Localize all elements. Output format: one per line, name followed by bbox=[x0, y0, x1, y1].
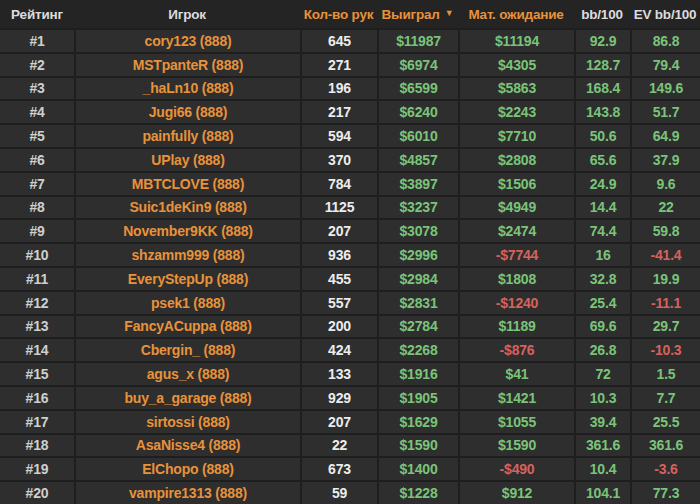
cell-rank: #20 bbox=[0, 482, 74, 504]
cell-expected: -$1240 bbox=[458, 292, 574, 314]
cell-player[interactable]: FancyACuppa (888) bbox=[74, 316, 300, 338]
cell-rank: #15 bbox=[0, 363, 74, 385]
cell-won: $4857 bbox=[377, 149, 458, 171]
cell-ev-bb100: 77.3 bbox=[630, 482, 700, 504]
column-header-rank[interactable]: Рейтинг bbox=[0, 7, 74, 22]
cell-hands: 1125 bbox=[300, 197, 377, 219]
cell-bb100: 92.9 bbox=[574, 30, 630, 52]
cell-player[interactable]: EveryStepUp (888) bbox=[74, 268, 300, 290]
cell-player[interactable]: Cbergin_ (888) bbox=[74, 339, 300, 361]
cell-player[interactable]: cory123 (888) bbox=[74, 30, 300, 52]
cell-player[interactable]: _haLn10 (888) bbox=[74, 78, 300, 100]
cell-expected: $11194 bbox=[458, 30, 574, 52]
cell-ev-bb100: 59.8 bbox=[630, 220, 700, 242]
cell-bb100: 143.8 bbox=[574, 101, 630, 123]
cell-expected: $1189 bbox=[458, 316, 574, 338]
cell-won: $6974 bbox=[377, 54, 458, 76]
column-header-won[interactable]: Выиграл ▼ bbox=[377, 7, 458, 22]
cell-hands: 207 bbox=[300, 220, 377, 242]
cell-hands: 133 bbox=[300, 363, 377, 385]
cell-hands: 784 bbox=[300, 173, 377, 195]
cell-bb100: 32.8 bbox=[574, 268, 630, 290]
table-row: #16buy_a_garage (888)929$1905$142110.37.… bbox=[0, 385, 700, 409]
table-row: #13FancyACuppa (888)200$2784$118969.629.… bbox=[0, 314, 700, 338]
cell-player[interactable]: sirtossi (888) bbox=[74, 411, 300, 433]
column-header-hands[interactable]: Кол-во рук bbox=[300, 7, 377, 22]
cell-player[interactable]: vampire1313 (888) bbox=[74, 482, 300, 504]
cell-hands: 22 bbox=[300, 435, 377, 457]
column-header-bb100[interactable]: bb/100 bbox=[574, 7, 630, 22]
cell-rank: #10 bbox=[0, 244, 74, 266]
cell-player[interactable]: ElChopo (888) bbox=[74, 458, 300, 480]
table-row: #4Jugi66 (888)217$6240$2243143.851.7 bbox=[0, 99, 700, 123]
cell-won: $2784 bbox=[377, 316, 458, 338]
cell-rank: #4 bbox=[0, 101, 74, 123]
cell-bb100: 128.7 bbox=[574, 54, 630, 76]
cell-rank: #2 bbox=[0, 54, 74, 76]
cell-player[interactable]: painfully (888) bbox=[74, 125, 300, 147]
cell-hands: 200 bbox=[300, 316, 377, 338]
cell-rank: #16 bbox=[0, 387, 74, 409]
cell-expected: -$876 bbox=[458, 339, 574, 361]
cell-rank: #1 bbox=[0, 30, 74, 52]
cell-won: $3897 bbox=[377, 173, 458, 195]
cell-won: $2984 bbox=[377, 268, 458, 290]
table-row: #11EveryStepUp (888)455$2984$180832.819.… bbox=[0, 266, 700, 290]
table-row: #2MSTpanteR (888)271$6974$4305128.779.4 bbox=[0, 52, 700, 76]
cell-player[interactable]: shzamm999 (888) bbox=[74, 244, 300, 266]
cell-won: $1916 bbox=[377, 363, 458, 385]
cell-ev-bb100: -11.1 bbox=[630, 292, 700, 314]
cell-player[interactable]: UPlay (888) bbox=[74, 149, 300, 171]
cell-won: $6599 bbox=[377, 78, 458, 100]
cell-bb100: 50.6 bbox=[574, 125, 630, 147]
cell-player[interactable]: November9KK (888) bbox=[74, 220, 300, 242]
cell-ev-bb100: 149.6 bbox=[630, 78, 700, 100]
cell-bb100: 24.9 bbox=[574, 173, 630, 195]
cell-expected: $912 bbox=[458, 482, 574, 504]
cell-bb100: 65.6 bbox=[574, 149, 630, 171]
cell-ev-bb100: 361.6 bbox=[630, 435, 700, 457]
cell-hands: 594 bbox=[300, 125, 377, 147]
cell-rank: #9 bbox=[0, 220, 74, 242]
cell-bb100: 26.8 bbox=[574, 339, 630, 361]
cell-ev-bb100: 64.9 bbox=[630, 125, 700, 147]
cell-hands: 936 bbox=[300, 244, 377, 266]
cell-bb100: 25.4 bbox=[574, 292, 630, 314]
cell-ev-bb100: -41.4 bbox=[630, 244, 700, 266]
cell-won: $3237 bbox=[377, 197, 458, 219]
cell-won: $1629 bbox=[377, 411, 458, 433]
cell-hands: 271 bbox=[300, 54, 377, 76]
column-header-player[interactable]: Игрок bbox=[74, 7, 300, 22]
cell-hands: 217 bbox=[300, 101, 377, 123]
table-row: #8Suic1deKin9 (888)1125$3237$494914.422 bbox=[0, 195, 700, 219]
cell-hands: 557 bbox=[300, 292, 377, 314]
table-row: #5painfully (888)594$6010$771050.664.9 bbox=[0, 123, 700, 147]
cell-player[interactable]: psek1 (888) bbox=[74, 292, 300, 314]
column-header-expected-value[interactable]: Мат. ожидание bbox=[458, 7, 574, 22]
cell-ev-bb100: 29.7 bbox=[630, 316, 700, 338]
cell-ev-bb100: 25.5 bbox=[630, 411, 700, 433]
table-row: #12psek1 (888)557$2831-$124025.4-11.1 bbox=[0, 290, 700, 314]
cell-expected: $7710 bbox=[458, 125, 574, 147]
cell-bb100: 72 bbox=[574, 363, 630, 385]
cell-ev-bb100: 1.5 bbox=[630, 363, 700, 385]
cell-bb100: 361.6 bbox=[574, 435, 630, 457]
cell-hands: 929 bbox=[300, 387, 377, 409]
cell-rank: #12 bbox=[0, 292, 74, 314]
cell-player[interactable]: Suic1deKin9 (888) bbox=[74, 197, 300, 219]
cell-player[interactable]: MSTpanteR (888) bbox=[74, 54, 300, 76]
cell-rank: #8 bbox=[0, 197, 74, 219]
cell-expected: $4305 bbox=[458, 54, 574, 76]
cell-player[interactable]: Jugi66 (888) bbox=[74, 101, 300, 123]
cell-player[interactable]: AsaNisse4 (888) bbox=[74, 435, 300, 457]
cell-ev-bb100: 86.8 bbox=[630, 30, 700, 52]
cell-won: $2268 bbox=[377, 339, 458, 361]
table-row: #19ElChopo (888)673$1400-$49010.4-3.6 bbox=[0, 456, 700, 480]
cell-player[interactable]: agus_x (888) bbox=[74, 363, 300, 385]
cell-rank: #11 bbox=[0, 268, 74, 290]
cell-player[interactable]: MBTCLOVE (888) bbox=[74, 173, 300, 195]
cell-expected: $1808 bbox=[458, 268, 574, 290]
cell-hands: 455 bbox=[300, 268, 377, 290]
column-header-ev-bb100[interactable]: EV bb/100 bbox=[630, 7, 700, 22]
cell-player[interactable]: buy_a_garage (888) bbox=[74, 387, 300, 409]
